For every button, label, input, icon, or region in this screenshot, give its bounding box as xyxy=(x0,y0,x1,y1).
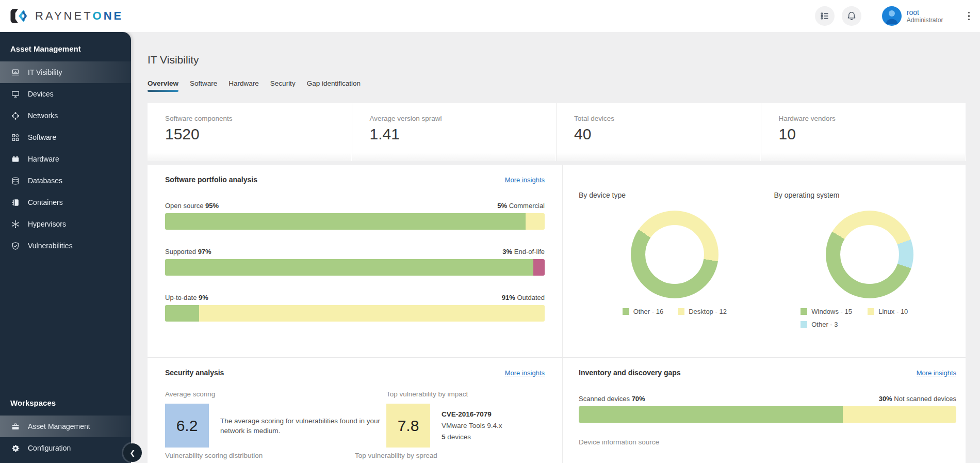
logo-text: RAYNETONE xyxy=(35,9,123,23)
sidebar-item-label: Hardware xyxy=(28,155,59,163)
bar-label-left: Supported 97% xyxy=(165,248,211,256)
sidebar-item-hardware[interactable]: Hardware xyxy=(0,148,131,170)
user-menu[interactable]: root Administrator xyxy=(882,6,943,26)
sidebar-item-label: Software xyxy=(28,133,56,141)
portfolio-bars: Open source 95%5% CommercialSupported 97… xyxy=(165,202,545,322)
briefcase-icon xyxy=(11,422,20,432)
sidebar-item-devices[interactable]: Devices xyxy=(0,83,131,105)
average-scoring-label: Average scoring xyxy=(165,390,386,398)
kpi-row: Software components1520Average version s… xyxy=(148,103,966,161)
raynet-logo-icon xyxy=(9,6,29,26)
security-analysis-card: Security analysis More insights Average … xyxy=(148,358,562,463)
bar-label-right: 91% Outdated xyxy=(502,294,545,301)
bar-segment-left xyxy=(579,406,843,423)
bell-icon xyxy=(846,11,857,21)
split-bar xyxy=(165,259,545,276)
sidebar: Asset Management IT VisibilityDevicesNet… xyxy=(0,32,131,463)
legend-label: Other - 16 xyxy=(633,308,664,315)
tab-overview[interactable]: Overview xyxy=(148,79,178,92)
sidebar-item-networks[interactable]: Networks xyxy=(0,105,131,126)
legend-label: Windows - 15 xyxy=(811,308,852,315)
databases-icon xyxy=(11,176,20,186)
bar-segment-left xyxy=(165,259,533,276)
average-score-value: 6.2 xyxy=(165,404,209,448)
operating-system-legend: Windows - 15Linux - 10Other - 3 xyxy=(797,308,942,333)
bar-label-left: Scanned devices 70% xyxy=(579,395,645,403)
workspace-item-configuration[interactable]: Configuration xyxy=(0,437,131,459)
tab-hardware[interactable]: Hardware xyxy=(228,79,259,92)
sidebar-item-software[interactable]: Software xyxy=(0,126,131,148)
legend-label: Linux - 10 xyxy=(878,308,908,315)
it-visibility-icon xyxy=(11,68,20,77)
kpi-card-total-devices: Total devices40 xyxy=(557,103,761,161)
inventory-more-insights-link[interactable]: More insights xyxy=(917,369,956,377)
legend-item-linux: Linux - 10 xyxy=(868,308,924,315)
software-portfolio-title: Software portfolio analysis xyxy=(165,175,257,184)
clipped-section-label-left: Vulnerability scoring distribution xyxy=(165,452,355,459)
vulnerabilities-icon xyxy=(11,241,20,251)
bar-segment-right xyxy=(199,305,545,322)
kpi-card-hardware-vendors: Hardware vendors10 xyxy=(761,103,966,161)
legend-item-windows: Windows - 15 xyxy=(801,308,857,315)
workspaces-group: Workspaces Asset ManagementConfiguration xyxy=(0,386,131,463)
tab-software[interactable]: Software xyxy=(190,79,217,92)
kpi-value: 1.41 xyxy=(370,125,557,143)
notifications-button[interactable] xyxy=(842,6,861,26)
bar-segment-left xyxy=(165,213,526,230)
split-bar-group: Open source 95%5% Commercial xyxy=(165,202,545,230)
kpi-card-software-components: Software components1520 xyxy=(148,103,352,161)
legend-label: Desktop - 12 xyxy=(689,308,727,315)
security-more-insights-link[interactable]: More insights xyxy=(505,369,545,377)
sidebar-item-containers[interactable]: Containers xyxy=(0,191,131,213)
workspace-item-asset-management[interactable]: Asset Management xyxy=(0,416,131,437)
hypervisors-icon xyxy=(11,219,20,229)
top-vulnerability-score: 7.8 xyxy=(386,404,430,448)
bar-label-left: Open source 95% xyxy=(165,202,219,210)
average-score-description: The average scoring for vulnerabilities … xyxy=(220,416,386,436)
sidebar-item-it-visibility[interactable]: IT Visibility xyxy=(0,61,131,83)
legend-item-desktop: Desktop - 12 xyxy=(678,308,727,315)
sidebar-item-hypervisors[interactable]: Hypervisors xyxy=(0,213,131,235)
networks-icon xyxy=(11,111,20,121)
software-icon xyxy=(11,133,20,142)
legend-swatch xyxy=(801,308,807,315)
app-header: RAYNETONE root xyxy=(0,0,980,32)
clipped-section-label-right: Top vulnerability by spread xyxy=(355,452,545,459)
avatar xyxy=(882,6,902,26)
bar-segment-right xyxy=(843,406,956,423)
sidebar-collapse-button[interactable]: ❮ xyxy=(123,443,142,462)
kpi-label: Total devices xyxy=(574,115,761,122)
hardware-icon xyxy=(11,154,20,164)
bar-segment-right xyxy=(533,259,545,276)
kpi-label: Hardware vendors xyxy=(779,115,966,122)
device-type-chart-title: By device type xyxy=(579,191,771,199)
split-bar-group: Scanned devices 70%30% Not scanned devic… xyxy=(579,395,956,423)
cve-id: CVE-2016-7079 xyxy=(442,409,502,419)
sidebar-item-vulnerabilities[interactable]: Vulnerabilities xyxy=(0,235,131,257)
operating-system-chart-title: By operating system xyxy=(774,191,966,199)
gear-icon xyxy=(11,443,20,453)
tab-security[interactable]: Security xyxy=(270,79,296,92)
average-scoring-section: Average scoring 6.2 The average scoring … xyxy=(165,390,386,448)
kpi-value: 1520 xyxy=(165,125,352,143)
more-options-button[interactable] xyxy=(965,9,973,24)
kpi-value: 10 xyxy=(779,125,966,143)
devices-icon xyxy=(11,89,20,99)
sidebar-item-label: Asset Management xyxy=(28,422,90,430)
sidebar-item-databases[interactable]: Databases xyxy=(0,170,131,191)
operating-system-chart: By operating system Windows - 15Linux - … xyxy=(771,165,966,357)
legend-swatch xyxy=(868,308,874,315)
overview-middle-block: Software portfolio analysis More insight… xyxy=(148,165,966,358)
sidebar-item-label: Networks xyxy=(28,111,58,120)
kpi-card-average-version-sprawl: Average version sprawl1.41 xyxy=(352,103,557,161)
main-content: IT Visibility OverviewSoftwareHardwareSe… xyxy=(131,32,980,463)
user-role: Administrator xyxy=(907,17,943,24)
tab-gap-identification[interactable]: Gap identification xyxy=(307,79,361,92)
split-bar xyxy=(165,213,545,230)
software-portfolio-more-insights-link[interactable]: More insights xyxy=(505,176,545,184)
containers-icon xyxy=(11,198,20,207)
device-type-donut xyxy=(631,211,718,298)
task-list-button[interactable] xyxy=(815,6,835,26)
legend-swatch xyxy=(801,321,807,328)
operating-system-donut xyxy=(826,211,913,298)
